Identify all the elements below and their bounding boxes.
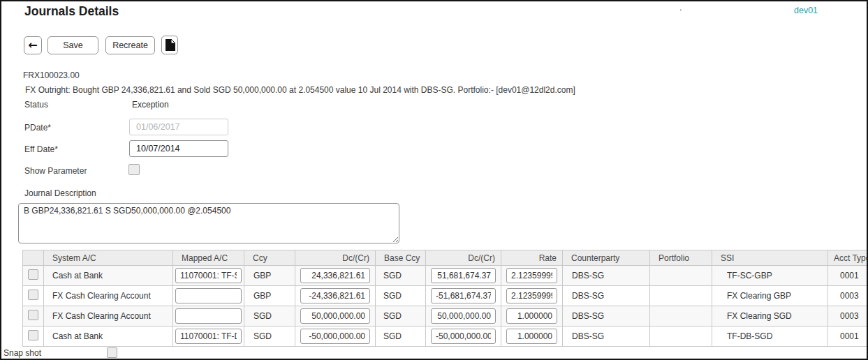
base-dc-input[interactable]: [431, 329, 496, 344]
mapped-ac-input[interactable]: [175, 308, 242, 324]
mapped-ac-input[interactable]: [175, 288, 242, 303]
dc-input[interactable]: [300, 308, 370, 324]
col-dc: Dc/(Cr): [295, 250, 376, 266]
base-ccy-cell: SGD: [376, 286, 426, 306]
system-ac-cell: Cash at Bank: [44, 266, 173, 286]
recreate-button[interactable]: Recreate: [105, 36, 155, 54]
rate-input[interactable]: [506, 308, 557, 324]
mapped-ac-input[interactable]: [175, 268, 242, 283]
counterparty-cell: DBS-SG: [563, 266, 650, 286]
ccy-cell: SGD: [244, 306, 295, 327]
col-base-dc: Dc/(Cr): [426, 250, 501, 266]
document-icon: [165, 39, 175, 51]
ssi-cell: TF-SC-GBP: [712, 266, 828, 286]
base-ccy-cell: SGD: [376, 266, 426, 286]
rate-input[interactable]: [506, 288, 557, 303]
snapshot-label: Snap shot: [3, 348, 41, 358]
table-row: FX Cash Clearing Account GBP SGD DBS-SG …: [23, 286, 868, 306]
status-value: Exception: [132, 100, 169, 110]
col-portfolio: Portfolio: [650, 250, 712, 266]
ccy-cell: GBP: [244, 286, 295, 306]
pdate-label: PDate*: [24, 123, 51, 133]
rate-input[interactable]: [506, 329, 557, 344]
dc-input[interactable]: [300, 288, 370, 303]
mapped-ac-input[interactable]: [175, 329, 242, 344]
counterparty-cell: DBS-SG: [563, 286, 650, 306]
ssi-cell: FX Clearing GBP: [712, 286, 828, 306]
col-rate: Rate: [501, 250, 563, 266]
journal-description-textarea[interactable]: B GBP24,336,821.61 S SGD50,000,000.00 @2…: [18, 203, 399, 243]
journals-details-window: Journals Details . dev01 ← Save Recreate…: [0, 0, 868, 360]
eff-date-input[interactable]: [129, 140, 228, 157]
portfolio-cell: [650, 306, 712, 327]
toolbar: ← Save Recreate: [24, 36, 178, 54]
ssi-cell: TF-DB-SGD: [712, 327, 828, 347]
ccy-cell: SGD: [244, 327, 295, 347]
environment-label[interactable]: dev01: [794, 6, 818, 15]
dc-input[interactable]: [300, 268, 370, 283]
counterparty-cell: DBS-SG: [563, 306, 650, 327]
col-system-ac: System A/C: [44, 250, 173, 266]
col-acct-type: Acct Type: [828, 250, 868, 266]
base-ccy-cell: SGD: [376, 306, 426, 327]
portfolio-cell: [650, 266, 712, 286]
show-parameter-label: Show Parameter: [24, 166, 87, 176]
acct-type-cell: 0001: [828, 327, 868, 347]
row-checkbox[interactable]: [28, 310, 38, 320]
deal-reference: FRX100023.00: [23, 70, 80, 80]
table-header-row: System A/C Mapped A/C Ccy Dc/(Cr) Base C…: [23, 250, 868, 266]
acct-type-cell: 0003: [828, 306, 868, 327]
rate-input[interactable]: [506, 268, 557, 283]
save-button[interactable]: Save: [47, 36, 98, 54]
portfolio-cell: [650, 286, 712, 306]
system-ac-cell: FX Cash Clearing Account: [44, 306, 173, 327]
system-ac-cell: FX Cash Clearing Account: [44, 286, 173, 306]
ssi-cell: FX Clearing SGD: [712, 306, 828, 327]
eff-date-label: Eff Date*: [24, 144, 58, 154]
acct-type-cell: 0001: [828, 266, 868, 286]
col-mapped-ac: Mapped A/C: [173, 250, 244, 266]
back-button[interactable]: ←: [24, 36, 42, 54]
base-dc-input[interactable]: [431, 268, 496, 283]
ccy-cell: GBP: [244, 266, 295, 286]
col-ccy: Ccy: [244, 250, 295, 266]
row-checkbox[interactable]: [28, 269, 38, 280]
col-ssi: SSI: [712, 250, 828, 266]
document-button[interactable]: [161, 36, 178, 54]
acct-type-cell: 0003: [828, 286, 868, 306]
col-select: [23, 250, 44, 266]
row-checkbox[interactable]: [28, 330, 38, 340]
col-counterparty: Counterparty: [563, 250, 650, 266]
table-row: Cash at Bank GBP SGD DBS-SG TF-SC-GBP 00…: [23, 266, 868, 286]
base-ccy-cell: SGD: [376, 327, 426, 347]
show-parameter-checkbox[interactable]: [128, 164, 140, 175]
journals-table: System A/C Mapped A/C Ccy Dc/(Cr) Base C…: [22, 250, 868, 347]
status-label: Status: [24, 100, 48, 110]
table-row: Cash at Bank SGD SGD DBS-SG TF-DB-SGD 00…: [23, 327, 868, 347]
portfolio-cell: [650, 327, 712, 347]
system-ac-cell: Cash at Bank: [44, 327, 173, 347]
col-base-ccy: Base Ccy: [376, 250, 426, 266]
table-row: FX Cash Clearing Account SGD SGD DBS-SG …: [23, 306, 868, 327]
deal-description: FX Outright: Bought GBP 24,336,821.61 an…: [25, 85, 575, 95]
counterparty-cell: DBS-SG: [563, 327, 650, 347]
page-title: Journals Details: [24, 4, 119, 19]
pdate-input[interactable]: [129, 119, 228, 135]
back-arrow-icon: ←: [28, 38, 37, 52]
header-dot: .: [679, 2, 682, 13]
row-checkbox[interactable]: [28, 290, 38, 300]
dc-input[interactable]: [300, 329, 370, 344]
journal-description-label: Journal Description: [24, 188, 96, 198]
base-dc-input[interactable]: [431, 308, 496, 324]
base-dc-input[interactable]: [431, 288, 496, 303]
snapshot-checkbox[interactable]: [107, 347, 117, 358]
